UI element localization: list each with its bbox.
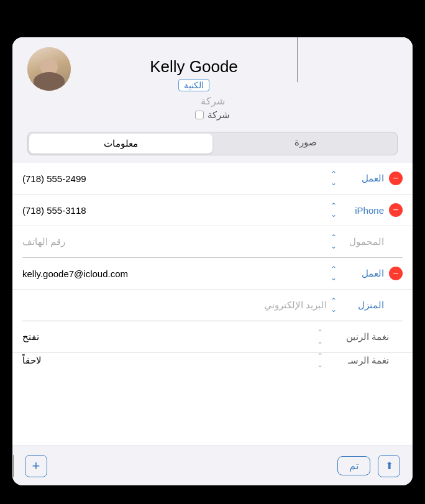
- email-home-stepper[interactable]: ⌃⌄: [331, 296, 337, 314]
- pointer-line-bottom: [13, 455, 14, 477]
- tab-info[interactable]: معلومات: [29, 134, 212, 153]
- email-home-label[interactable]: المنزل: [340, 300, 384, 311]
- phone-work-label[interactable]: العمل: [340, 173, 384, 184]
- sms-tone-value[interactable]: لاحقاً: [22, 355, 311, 366]
- phone-work-stepper[interactable]: ⌃⌄: [331, 170, 337, 187]
- ringtone-row: نغمة الرنين ⌃⌄ تفتح: [12, 321, 413, 353]
- ringtone-stepper[interactable]: ⌃⌄: [317, 328, 323, 346]
- email-work-value[interactable]: kelly.goode7@icloud.com: [22, 268, 327, 279]
- company-placeholder[interactable]: شركة: [201, 95, 225, 107]
- phone-iphone-label[interactable]: iPhone: [340, 205, 384, 216]
- phone-iphone-value[interactable]: (718) 555-3118: [22, 205, 327, 216]
- avatar[interactable]: [27, 47, 71, 91]
- email-section: العمل ⌃⌄ kelly.goode7@icloud.com المنزل …: [12, 258, 413, 321]
- company-checkbox-label: شركة: [208, 109, 230, 121]
- sms-stepper[interactable]: ⌃⌄: [317, 353, 323, 368]
- email-home-value[interactable]: البريد الإلكتروني: [22, 300, 327, 311]
- phone-mobile-label[interactable]: المحمول: [340, 236, 384, 247]
- tab-photo[interactable]: صورة: [214, 132, 397, 155]
- tab-bar: معلومات صورة: [27, 132, 398, 155]
- email-work-stepper[interactable]: ⌃⌄: [331, 265, 337, 282]
- remove-phone-iphone[interactable]: [389, 203, 403, 217]
- phone-mobile-value[interactable]: رقم الهاتف: [22, 236, 327, 247]
- ringtone-label: نغمة الرنين: [327, 331, 389, 342]
- content-area: العمل ⌃⌄ (718) 555-2499 iPhone ⌃⌄ (718) …: [12, 163, 413, 446]
- contact-edit-window: Kelly Goode الكنية شركة شركة معلومات صور…: [12, 37, 413, 485]
- sms-tone-label: نغمة الرسـ: [327, 355, 389, 366]
- remove-phone-work[interactable]: [389, 172, 403, 185]
- share-icon: ⬆: [385, 460, 393, 472]
- contact-name[interactable]: Kelly Goode: [150, 57, 238, 76]
- ringtone-value[interactable]: تفتح: [22, 331, 311, 342]
- pointer-line-top: [297, 37, 298, 82]
- toolbar: ⬆ تم +: [12, 446, 413, 485]
- phone-section: العمل ⌃⌄ (718) 555-2499 iPhone ⌃⌄ (718) …: [12, 163, 413, 257]
- remove-email-work[interactable]: [389, 267, 403, 280]
- done-button[interactable]: تم: [337, 456, 370, 475]
- share-button[interactable]: ⬆: [378, 455, 400, 477]
- email-row-home: المنزل ⌃⌄ البريد الإلكتروني: [12, 290, 413, 321]
- toolbar-left: ⬆ تم: [337, 455, 400, 477]
- phone-row-mobile: المحمول ⌃⌄ رقم الهاتف: [12, 226, 413, 257]
- company-checkbox-row: شركة: [195, 109, 230, 121]
- add-button[interactable]: +: [25, 455, 47, 477]
- phone-row-work: العمل ⌃⌄ (718) 555-2499: [12, 163, 413, 195]
- phone-work-value[interactable]: (718) 555-2499: [22, 173, 327, 184]
- phone-row-iphone: iPhone ⌃⌄ (718) 555-3118: [12, 195, 413, 226]
- sms-tone-row: نغمة الرسـ ⌃⌄ لاحقاً: [12, 353, 413, 368]
- company-checkbox[interactable]: [195, 111, 204, 119]
- header-area: Kelly Goode الكنية شركة شركة: [12, 37, 413, 127]
- email-row-work: العمل ⌃⌄ kelly.goode7@icloud.com: [12, 258, 413, 290]
- phone-mobile-stepper[interactable]: ⌃⌄: [331, 233, 337, 250]
- phone-iphone-stepper[interactable]: ⌃⌄: [331, 201, 337, 219]
- nickname-tag[interactable]: الكنية: [178, 79, 209, 91]
- email-work-label[interactable]: العمل: [340, 268, 384, 279]
